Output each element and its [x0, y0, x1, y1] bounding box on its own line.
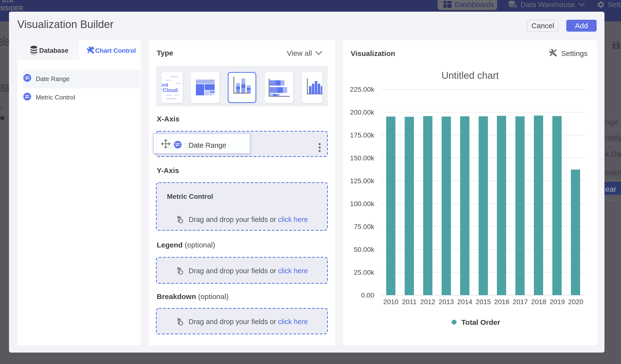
svg-text:2019: 2019 [550, 298, 565, 306]
svg-text:0.00: 0.00 [361, 292, 375, 299]
svg-text:2012: 2012 [420, 298, 435, 306]
svg-text:Total Order: Total Order [461, 318, 500, 326]
svg-text:175.00k: 175.00k [350, 131, 375, 139]
svg-text:2013: 2013 [439, 298, 454, 306]
svg-text:Word: Word [162, 82, 168, 87]
svg-text:2011: 2011 [402, 298, 417, 306]
svg-text:200.00k: 200.00k [350, 108, 375, 116]
svg-text:Analytics: Analytics [170, 75, 178, 78]
svg-text:Cloud: Cloud [163, 87, 178, 93]
svg-text:Social: Social [166, 94, 171, 96]
svg-text:2020: 2020 [568, 298, 583, 306]
svg-text:100.00k: 100.00k [350, 200, 375, 208]
svg-text:2018: 2018 [531, 298, 546, 306]
svg-text:2016: 2016 [494, 298, 509, 306]
svg-text:ecomm: ecomm [174, 94, 179, 96]
svg-text:Untitled chart: Untitled chart [441, 70, 499, 81]
svg-text:2017: 2017 [513, 298, 528, 306]
svg-text:DataInsider: DataInsider [166, 98, 176, 100]
svg-text:iness: iness [162, 77, 163, 79]
svg-text:2014: 2014 [457, 298, 472, 306]
svg-text:125.00k: 125.00k [350, 177, 375, 185]
svg-text:150.00k: 150.00k [350, 154, 375, 162]
svg-text:25.00k: 25.00k [354, 269, 375, 276]
svg-text:Mkting: Mkting [176, 83, 181, 85]
svg-text:75.00k: 75.00k [354, 223, 375, 230]
svg-text:225.00k: 225.00k [350, 86, 375, 93]
svg-text:50.00k: 50.00k [354, 246, 375, 253]
svg-text:2015: 2015 [476, 298, 491, 306]
svg-text:2010: 2010 [383, 298, 398, 306]
svg-text:KeyData: KeyData [165, 79, 172, 81]
